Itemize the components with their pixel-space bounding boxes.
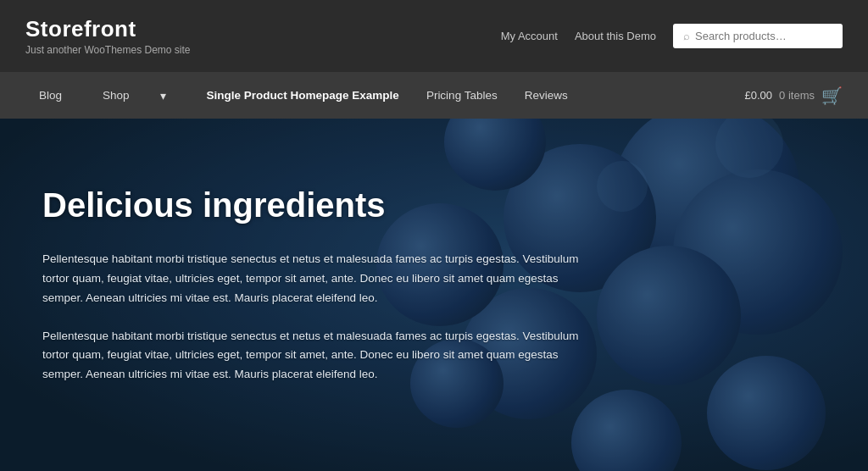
search-box: ⌕ <box>673 24 843 48</box>
brand-tagline: Just another WooThemes Demo site <box>25 44 191 56</box>
nav-item-reviews: Reviews <box>511 74 581 117</box>
cart-area[interactable]: £0.00 0 items 🛒 <box>745 86 843 106</box>
chevron-down-icon: ▾ <box>147 74 180 118</box>
hero-paragraph-1: Pellentesque habitant morbi tristique se… <box>42 250 602 308</box>
my-account-link[interactable]: My Account <box>501 30 558 42</box>
nav-pricing-link[interactable]: Pricing Tables <box>413 74 511 117</box>
search-icon: ⌕ <box>683 30 690 42</box>
hero-paragraph-2: Pellentesque habitant morbi tristique se… <box>42 327 602 385</box>
nav-single-product-link[interactable]: Single Product Homepage Example <box>193 74 413 117</box>
nav-item-blog: Blog <box>25 74 75 117</box>
cart-count: 0 items <box>779 89 815 102</box>
top-right-nav: My Account About this Demo ⌕ <box>501 24 843 48</box>
cart-icon: 🛒 <box>821 86 843 106</box>
hero-section: Delicious ingredients Pellentesque habit… <box>0 119 868 471</box>
hero-content: Delicious ingredients Pellentesque habit… <box>0 119 868 471</box>
nav-item-single-product: Single Product Homepage Example <box>193 74 413 117</box>
brand-title[interactable]: Storefront <box>25 16 191 42</box>
cart-price: £0.00 <box>745 89 773 102</box>
nav-reviews-link[interactable]: Reviews <box>511 74 581 117</box>
nav-item-pricing: Pricing Tables <box>413 74 511 117</box>
brand-area: Storefront Just another WooThemes Demo s… <box>25 16 191 56</box>
search-input[interactable] <box>695 30 832 42</box>
nav-bar: Blog Shop ▾ Single Product Homepage Exam… <box>0 72 868 119</box>
hero-title: Delicious ingredients <box>42 186 509 224</box>
nav-blog-link[interactable]: Blog <box>25 74 75 117</box>
nav-shop-label: Shop <box>89 74 143 117</box>
about-demo-link[interactable]: About this Demo <box>575 30 656 42</box>
